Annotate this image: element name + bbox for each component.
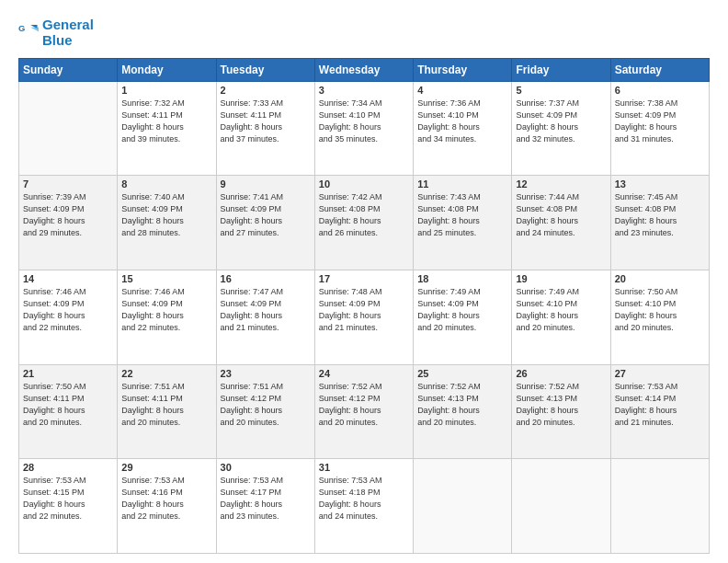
day-info: Sunrise: 7:53 AMSunset: 4:17 PMDaylight:… — [221, 475, 311, 523]
calendar-cell: 1Sunrise: 7:32 AMSunset: 4:11 PMDaylight… — [118, 81, 216, 176]
svg-marker-2 — [30, 28, 39, 31]
day-number: 11 — [417, 178, 507, 190]
day-number: 29 — [121, 462, 211, 473]
col-header-sunday: Sunday — [19, 58, 118, 81]
col-header-saturday: Saturday — [610, 58, 709, 81]
calendar-table: SundayMondayTuesdayWednesdayThursdayFrid… — [18, 58, 710, 555]
calendar-cell: 18Sunrise: 7:49 AMSunset: 4:09 PMDayligh… — [414, 270, 512, 364]
calendar-cell: 20Sunrise: 7:50 AMSunset: 4:10 PMDayligh… — [610, 270, 709, 364]
day-info: Sunrise: 7:36 AMSunset: 4:10 PMDaylight:… — [417, 98, 507, 145]
day-info: Sunrise: 7:47 AMSunset: 4:09 PMDaylight:… — [221, 286, 311, 334]
calendar-week-row: 21Sunrise: 7:50 AMSunset: 4:11 PMDayligh… — [19, 364, 710, 459]
calendar-cell: 16Sunrise: 7:47 AMSunset: 4:09 PMDayligh… — [216, 270, 314, 364]
logo-icon: G — [18, 22, 39, 42]
day-number: 21 — [23, 368, 113, 379]
day-number: 7 — [23, 178, 113, 190]
calendar-cell: 17Sunrise: 7:48 AMSunset: 4:09 PMDayligh… — [314, 270, 413, 364]
days-header-row: SundayMondayTuesdayWednesdayThursdayFrid… — [19, 58, 710, 81]
calendar-cell: 25Sunrise: 7:52 AMSunset: 4:13 PMDayligh… — [414, 364, 512, 459]
logo: G GeneralBlue — [18, 17, 94, 49]
day-number: 3 — [319, 85, 409, 96]
calendar-cell: 28Sunrise: 7:53 AMSunset: 4:15 PMDayligh… — [19, 459, 118, 554]
calendar-cell: 29Sunrise: 7:53 AMSunset: 4:16 PMDayligh… — [118, 459, 216, 554]
day-number: 9 — [221, 178, 311, 190]
calendar-cell: 23Sunrise: 7:51 AMSunset: 4:12 PMDayligh… — [216, 364, 314, 459]
calendar-cell — [610, 459, 709, 554]
day-number: 20 — [615, 273, 705, 284]
day-number: 13 — [615, 178, 705, 190]
calendar-cell: 11Sunrise: 7:43 AMSunset: 4:08 PMDayligh… — [414, 176, 512, 270]
col-header-monday: Monday — [118, 58, 216, 81]
day-number: 22 — [121, 368, 211, 379]
day-number: 18 — [417, 273, 507, 284]
calendar-week-row: 14Sunrise: 7:46 AMSunset: 4:09 PMDayligh… — [19, 270, 710, 364]
day-number: 8 — [121, 178, 211, 190]
col-header-wednesday: Wednesday — [314, 58, 413, 81]
day-info: Sunrise: 7:50 AMSunset: 4:11 PMDaylight:… — [23, 381, 113, 429]
day-info: Sunrise: 7:32 AMSunset: 4:11 PMDaylight:… — [121, 98, 211, 145]
calendar-cell: 6Sunrise: 7:38 AMSunset: 4:09 PMDaylight… — [610, 81, 709, 176]
day-info: Sunrise: 7:46 AMSunset: 4:09 PMDaylight:… — [121, 286, 211, 334]
calendar-cell: 3Sunrise: 7:34 AMSunset: 4:10 PMDaylight… — [314, 81, 413, 176]
calendar-cell: 15Sunrise: 7:46 AMSunset: 4:09 PMDayligh… — [118, 270, 216, 364]
logo-text: GeneralBlue — [42, 17, 94, 49]
day-number: 24 — [319, 368, 409, 379]
calendar-cell: 22Sunrise: 7:51 AMSunset: 4:11 PMDayligh… — [118, 364, 216, 459]
calendar-week-row: 7Sunrise: 7:39 AMSunset: 4:09 PMDaylight… — [19, 176, 710, 270]
day-info: Sunrise: 7:34 AMSunset: 4:10 PMDaylight:… — [319, 98, 409, 145]
day-info: Sunrise: 7:50 AMSunset: 4:10 PMDaylight:… — [615, 286, 705, 334]
calendar-cell: 8Sunrise: 7:40 AMSunset: 4:09 PMDaylight… — [118, 176, 216, 270]
calendar-cell: 10Sunrise: 7:42 AMSunset: 4:08 PMDayligh… — [314, 176, 413, 270]
day-info: Sunrise: 7:53 AMSunset: 4:16 PMDaylight:… — [121, 475, 211, 523]
day-info: Sunrise: 7:51 AMSunset: 4:11 PMDaylight:… — [121, 381, 211, 429]
calendar-week-row: 1Sunrise: 7:32 AMSunset: 4:11 PMDaylight… — [19, 81, 710, 176]
day-info: Sunrise: 7:53 AMSunset: 4:14 PMDaylight:… — [615, 381, 705, 429]
calendar-cell: 30Sunrise: 7:53 AMSunset: 4:17 PMDayligh… — [216, 459, 314, 554]
day-number: 17 — [319, 273, 409, 284]
day-info: Sunrise: 7:42 AMSunset: 4:08 PMDaylight:… — [319, 191, 409, 239]
calendar-cell: 7Sunrise: 7:39 AMSunset: 4:09 PMDaylight… — [19, 176, 118, 270]
day-info: Sunrise: 7:52 AMSunset: 4:12 PMDaylight:… — [319, 381, 409, 429]
day-number: 19 — [516, 273, 606, 284]
calendar-cell: 21Sunrise: 7:50 AMSunset: 4:11 PMDayligh… — [19, 364, 118, 459]
calendar-cell: 4Sunrise: 7:36 AMSunset: 4:10 PMDaylight… — [414, 81, 512, 176]
calendar-week-row: 28Sunrise: 7:53 AMSunset: 4:15 PMDayligh… — [19, 459, 710, 554]
day-number: 10 — [319, 178, 409, 190]
col-header-thursday: Thursday — [414, 58, 512, 81]
day-number: 28 — [23, 462, 113, 473]
day-info: Sunrise: 7:49 AMSunset: 4:10 PMDaylight:… — [516, 286, 606, 334]
calendar-cell: 26Sunrise: 7:52 AMSunset: 4:13 PMDayligh… — [512, 364, 610, 459]
col-header-tuesday: Tuesday — [216, 58, 314, 81]
day-info: Sunrise: 7:52 AMSunset: 4:13 PMDaylight:… — [417, 381, 507, 429]
col-header-friday: Friday — [512, 58, 610, 81]
day-info: Sunrise: 7:43 AMSunset: 4:08 PMDaylight:… — [417, 191, 507, 239]
day-number: 30 — [221, 462, 311, 473]
day-number: 6 — [615, 85, 705, 96]
day-number: 27 — [615, 368, 705, 379]
day-info: Sunrise: 7:46 AMSunset: 4:09 PMDaylight:… — [23, 286, 113, 334]
calendar-cell — [19, 81, 118, 176]
day-number: 2 — [221, 85, 311, 96]
day-info: Sunrise: 7:33 AMSunset: 4:11 PMDaylight:… — [221, 98, 311, 145]
page-header: G GeneralBlue — [18, 17, 710, 49]
day-number: 16 — [221, 273, 311, 284]
calendar-cell: 14Sunrise: 7:46 AMSunset: 4:09 PMDayligh… — [19, 270, 118, 364]
day-info: Sunrise: 7:52 AMSunset: 4:13 PMDaylight:… — [516, 381, 606, 429]
calendar-cell — [512, 459, 610, 554]
day-info: Sunrise: 7:39 AMSunset: 4:09 PMDaylight:… — [23, 191, 113, 239]
day-number: 25 — [417, 368, 507, 379]
day-number: 12 — [516, 178, 606, 190]
day-info: Sunrise: 7:48 AMSunset: 4:09 PMDaylight:… — [319, 286, 409, 334]
calendar-cell: 2Sunrise: 7:33 AMSunset: 4:11 PMDaylight… — [216, 81, 314, 176]
day-number: 5 — [516, 85, 606, 96]
day-number: 15 — [121, 273, 211, 284]
day-number: 26 — [516, 368, 606, 379]
calendar-cell: 5Sunrise: 7:37 AMSunset: 4:09 PMDaylight… — [512, 81, 610, 176]
day-number: 1 — [121, 85, 211, 96]
day-number: 31 — [319, 462, 409, 473]
day-info: Sunrise: 7:38 AMSunset: 4:09 PMDaylight:… — [615, 98, 705, 145]
calendar-cell: 24Sunrise: 7:52 AMSunset: 4:12 PMDayligh… — [314, 364, 413, 459]
day-info: Sunrise: 7:53 AMSunset: 4:15 PMDaylight:… — [23, 475, 113, 523]
calendar-cell: 12Sunrise: 7:44 AMSunset: 4:08 PMDayligh… — [512, 176, 610, 270]
day-number: 14 — [23, 273, 113, 284]
